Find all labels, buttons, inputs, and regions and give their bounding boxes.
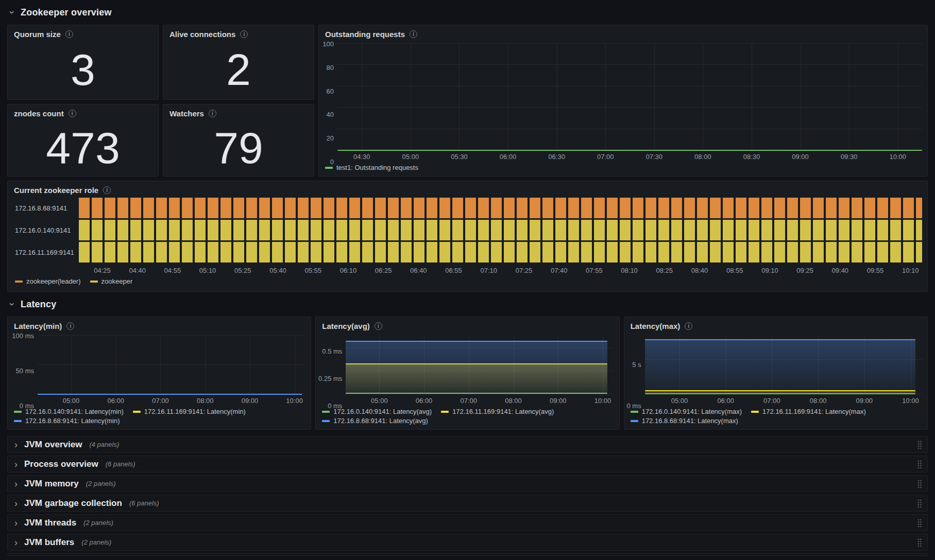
- legend-item[interactable]: 172.16.0.140:9141: Latency(max): [631, 408, 742, 415]
- legend-item[interactable]: 172.16.8.68:9141: Latency(min): [14, 417, 120, 425]
- y-tick-label: 100 ms: [12, 332, 34, 340]
- stat-value-area: 79: [163, 119, 314, 176]
- drag-handle-icon[interactable]: [917, 460, 922, 469]
- series-fill: [645, 340, 915, 394]
- panel-title[interactable]: Current zookeeper role: [14, 186, 98, 195]
- legend-item[interactable]: zookeeper(leader): [15, 277, 81, 285]
- role-timeline-row[interactable]: [79, 220, 922, 240]
- section-row-jvm-overview[interactable]: › JVM overview (4 panels): [7, 436, 928, 453]
- legend-item[interactable]: 172.16.8.68:9141: Latency(max): [631, 417, 738, 425]
- legend: 172.16.0.140:9141: Latency(avg)172.16.11…: [316, 406, 619, 429]
- legend-swatch: [15, 281, 23, 283]
- time-series-plot[interactable]: [346, 336, 614, 394]
- x-tick-label: 04:25: [94, 267, 111, 274]
- collapsed-section-rows: › JVM overview (4 panels) › Process over…: [7, 436, 928, 556]
- info-icon[interactable]: i: [65, 30, 73, 38]
- panel-title[interactable]: znodes count: [14, 109, 64, 118]
- time-series-plot[interactable]: [337, 44, 922, 150]
- role-row-label: 172.16.11.169:9141: [8, 242, 79, 262]
- gridline: [898, 44, 898, 150]
- gridline: [459, 44, 460, 150]
- y-tick-label: 0: [330, 158, 334, 166]
- panel-header: Alive connections i: [163, 25, 314, 40]
- section-header-latency[interactable]: › Latency: [7, 292, 928, 317]
- info-icon[interactable]: i: [209, 110, 216, 117]
- gridline: [752, 44, 752, 150]
- legend-item[interactable]: test1: Outstanding requests: [325, 164, 418, 171]
- x-tick-label: 04:55: [164, 267, 181, 274]
- gridline: [362, 44, 362, 150]
- legend-label: 172.16.0.140:9141: Latency(min): [25, 408, 124, 415]
- info-icon[interactable]: i: [410, 30, 417, 38]
- legend-item[interactable]: 172.16.11.169:9141: Latency(max): [751, 408, 866, 415]
- x-tick-label: 05:00: [371, 397, 388, 405]
- gridline: [508, 44, 508, 150]
- panel-latency-max: Latency(max) i 5 s0 ms 05:0006:0007:0008…: [624, 317, 928, 430]
- drag-handle-icon[interactable]: [917, 499, 922, 508]
- legend-item[interactable]: 172.16.8.68:9141: Latency(avg): [322, 417, 428, 425]
- info-icon[interactable]: i: [240, 30, 248, 38]
- legend-label: 172.16.8.68:9141: Latency(max): [642, 417, 738, 425]
- section-row-title: JVM threads: [24, 518, 76, 528]
- panel-title[interactable]: Watchers: [169, 109, 204, 118]
- time-series-plot[interactable]: [38, 336, 305, 394]
- legend-item[interactable]: 172.16.11.169:9141: Latency(min): [133, 408, 246, 415]
- y-tick-label: 40: [327, 111, 334, 118]
- x-tick-label: 10:10: [902, 267, 919, 274]
- x-tick-label: 09:25: [796, 267, 813, 274]
- drag-handle-icon[interactable]: [917, 538, 922, 547]
- y-tick-label: 0 ms: [328, 402, 342, 410]
- panel-title[interactable]: Alive connections: [169, 30, 235, 39]
- panel-title[interactable]: Latency(min): [14, 322, 62, 330]
- gridline: [38, 364, 305, 365]
- legend-item[interactable]: 172.16.11.169:9141: Latency(avg): [441, 408, 554, 415]
- legend-swatch: [14, 411, 22, 413]
- panel-header: znodes count i: [8, 104, 158, 119]
- panel-title[interactable]: Outstanding requests: [325, 30, 405, 39]
- gridline: [703, 44, 703, 150]
- legend-label: 172.16.0.140:9141: Latency(avg): [333, 408, 432, 415]
- panel-title[interactable]: Latency(max): [631, 322, 681, 330]
- y-axis: 5 s0 ms: [628, 336, 645, 406]
- legend-item[interactable]: zookeeper: [90, 277, 133, 285]
- section-row-jvm-garbage-collection[interactable]: › JVM garbage collection (6 panels): [7, 495, 928, 512]
- section-row-process-overview[interactable]: › Process overview (6 panels): [7, 456, 928, 472]
- section-header-zookeeper-overview[interactable]: › Zookeeper overview: [7, 0, 928, 25]
- role-timeline-row[interactable]: [79, 198, 922, 218]
- section-row-jvm-buffers[interactable]: › JVM buffers (2 panels): [7, 534, 928, 551]
- chevron-right-icon: ›: [13, 538, 19, 547]
- x-tick-label: 07:00: [461, 397, 478, 405]
- drag-handle-icon[interactable]: [917, 479, 922, 488]
- role-timeline-row[interactable]: [79, 242, 922, 262]
- x-tick-label: 10:00: [286, 397, 303, 405]
- x-tick-label: 06:00: [107, 397, 124, 405]
- y-axis: 100806040200: [323, 44, 337, 162]
- time-series-plot[interactable]: [645, 336, 922, 394]
- x-tick-label: 06:25: [375, 267, 392, 274]
- section-row-jvm-memory[interactable]: › JVM memory (2 panels): [7, 475, 928, 492]
- state-timeline-grid: 172.16.8.68:9141 172.16.0.140:9141 172.1…: [8, 198, 922, 275]
- info-icon[interactable]: i: [69, 110, 76, 117]
- info-icon[interactable]: i: [375, 322, 382, 330]
- legend-swatch: [322, 411, 330, 413]
- x-tick-label: 07:30: [646, 153, 663, 161]
- panel-header: Latency(min) i: [8, 317, 311, 331]
- gridline: [801, 44, 801, 150]
- info-icon[interactable]: i: [103, 186, 111, 194]
- info-icon[interactable]: i: [66, 322, 74, 330]
- stat-value: 473: [46, 126, 120, 170]
- info-icon[interactable]: i: [685, 322, 692, 330]
- section-row-jvm-threads[interactable]: › JVM threads (2 panels): [7, 514, 928, 531]
- legend-swatch: [631, 411, 638, 413]
- panel-title[interactable]: Quorum size: [14, 30, 61, 39]
- chevron-right-icon: ›: [13, 440, 19, 449]
- drag-handle-icon[interactable]: [917, 518, 922, 528]
- x-tick-label: 09:40: [832, 267, 849, 274]
- y-axis: 100 ms50 ms0 ms: [12, 336, 38, 406]
- section-row-title: JVM memory: [24, 479, 79, 489]
- drag-handle-icon[interactable]: [917, 440, 922, 449]
- x-tick-label: 08:00: [694, 153, 711, 161]
- panel-title[interactable]: Latency(avg): [322, 322, 370, 330]
- panel-watchers: Watchers i 79: [163, 104, 314, 177]
- x-tick-label: 06:00: [416, 397, 433, 405]
